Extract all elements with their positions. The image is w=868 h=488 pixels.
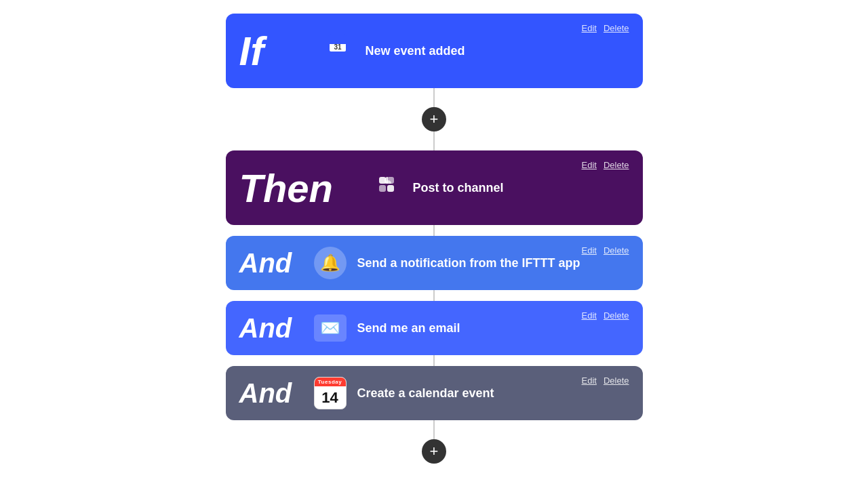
and-card-2-actions: Edit Delete [582,310,629,321]
and-card-3: And Tuesday 14 Create a calendar event E… [226,366,643,420]
connector-line-1 [433,88,435,107]
and-3-delete-button[interactable]: Delete [604,375,629,386]
if-edit-button[interactable]: Edit [582,23,597,33]
and-3-edit-button[interactable]: Edit [582,375,597,386]
connector-line-2 [433,131,435,150]
then-card: Then Post to channel Edit Delete [226,150,643,225]
then-edit-button[interactable]: Edit [582,160,597,170]
calendar-icon: 31 [321,34,355,68]
and-card-1-actions: Edit Delete [582,245,629,256]
connector-between-1 [433,225,435,236]
and-action-text-1: Send a notification from the IFTTT app [357,256,629,270]
svg-text:31: 31 [334,43,342,51]
if-card-actions: Edit Delete [582,23,629,33]
and-action-text-3: Create a calendar event [357,386,629,401]
svg-rect-7 [387,185,394,192]
slack-icon [375,173,405,203]
connector-between-2 [433,290,435,301]
and-label-1: And [239,248,314,279]
flow-container: If 31 New event added Edit Delete + [217,14,651,464]
connector-bottom: + [422,420,446,464]
add-step-bottom-button[interactable]: + [422,439,446,464]
and-label-2: And [239,313,314,344]
and-1-delete-button[interactable]: Delete [604,245,629,256]
then-delete-button[interactable]: Delete [604,160,629,170]
and-card-1: And 🔔 Send a notification from the IFTTT… [226,236,643,290]
then-action-text: Post to channel [413,181,629,195]
if-card: If 31 New event added Edit Delete [226,14,643,88]
and-2-delete-button[interactable]: Delete [604,310,629,321]
svg-rect-6 [379,185,386,192]
and-card-3-actions: Edit Delete [582,375,629,386]
connector-line-3 [433,420,435,439]
apple-calendar-icon: Tuesday 14 [314,377,347,409]
connector-top: + [422,88,446,150]
and-label-3: And [239,378,314,409]
bell-icon: 🔔 [314,247,347,279]
then-card-actions: Edit Delete [582,160,629,170]
if-action-text: New event added [366,44,629,58]
email-icon: ✉️ [314,314,347,342]
if-label: If [239,28,321,75]
and-action-text-2: Send me an email [357,321,629,336]
then-label: Then [239,165,375,211]
and-1-edit-button[interactable]: Edit [582,245,597,256]
connector-between-3 [433,355,435,366]
and-card-2: And ✉️ Send me an email Edit Delete [226,301,643,355]
add-step-top-button[interactable]: + [422,107,446,131]
if-delete-button[interactable]: Delete [604,23,629,33]
and-2-edit-button[interactable]: Edit [582,310,597,321]
